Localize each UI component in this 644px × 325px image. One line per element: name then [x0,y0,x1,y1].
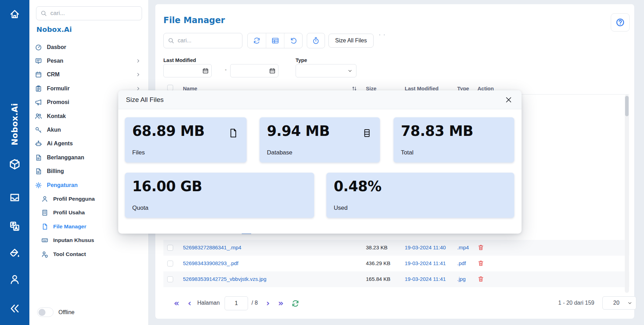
prev-page-button[interactable]: ‹ [188,297,191,310]
sidebar-item-label: Kontak [47,113,66,119]
file-name-link[interactable]: 526983539142725_vbbvjstk.vzs.jpg [183,276,267,282]
sidebar-item-tool-contact[interactable]: Tool Contact [29,247,148,261]
sidebar-item-dasbor[interactable]: Dasbor [29,40,148,54]
package-cube-icon[interactable] [0,158,29,170]
stat-card-used: 0.48% Used [326,173,514,218]
paint-bucket-icon[interactable] [0,247,29,258]
sidebar-search-input[interactable] [50,10,137,17]
row-checkbox[interactable] [167,245,173,251]
next-page-button[interactable]: › [266,297,270,310]
database-icon [362,128,371,138]
scrollbar-thumb[interactable] [625,96,629,116]
file-icon [41,223,48,230]
contacts-icon [35,113,42,120]
file-page-icon [228,128,238,138]
date-range-separator: - [225,67,227,72]
rows-range-label: 1 - 20 dari 159 [527,300,594,306]
sidebar-item-crm[interactable]: CRM [29,68,148,82]
sidebar-search[interactable] [36,6,142,20]
inbox-icon[interactable] [0,192,29,203]
help-button[interactable] [611,13,630,32]
table-row[interactable]: 526983272886341_.mp4 38.23 KB 19-03-2024… [163,240,629,256]
sidebar-item-label: Ai Agents [47,140,73,147]
question-circle-icon [616,18,625,27]
collapse-sidebar-icon[interactable] [0,303,29,314]
sidebar-item-label: CRM [47,71,59,78]
reset-button[interactable] [284,33,302,48]
table-toolbar-group [247,33,303,48]
type-filter-label: Type [296,57,307,63]
page-size-value: 20 [613,300,620,306]
quota-value: 16.00 GB [132,178,202,194]
building-icon [41,209,48,216]
sidebar-item-label: Billing [47,168,64,174]
delete-file-button[interactable] [477,244,484,251]
table-search[interactable] [163,33,242,48]
table-row[interactable]: 526983539142725_vbbvjstk.vzs.jpg 165.84 … [163,271,629,287]
date-to-input[interactable] [230,64,278,77]
sidebar-item-inputan-khusus[interactable]: Inputan Khusus [29,233,148,247]
size-all-files-button[interactable]: Size All Files [328,34,374,48]
trash-icon [477,276,484,282]
used-label: Used [334,205,348,212]
sync-icon [253,37,261,44]
refresh-button[interactable] [248,33,266,48]
column-settings-button[interactable] [266,33,284,48]
robot-icon [35,140,42,147]
type-filter-select[interactable] [296,64,356,77]
stat-card-quota: 16.00 GB Quota [125,173,314,218]
file-name-link[interactable]: 526983272886341_.mp4 [183,244,241,250]
undo-rotate-icon [290,37,297,44]
user-icon [41,195,48,202]
file-name-link[interactable]: 526983433908293_.pdf [183,260,239,266]
sidebar-item-label: Inputan Khusus [53,237,94,243]
sidebar-brand: Nobox.Ai [36,25,72,34]
sidebar-item-label: File Manager [53,223,86,230]
drag-dots [379,34,385,35]
table-search-input[interactable] [178,37,238,44]
database-label: Database [267,149,292,156]
translate-icon[interactable] [0,221,29,232]
file-modified-link[interactable]: 19-03-2024 11:41 [405,260,446,266]
date-from-input[interactable] [163,64,212,77]
history-timer-button[interactable] [307,33,325,48]
file-modified-link[interactable]: 19-03-2024 11:40 [405,244,446,250]
first-page-button[interactable]: « [174,297,179,310]
row-checkbox[interactable] [167,276,173,282]
chevron-right-icon [136,72,141,77]
offline-toggle[interactable] [37,307,54,317]
size-all-files-modal: Size All Files 68.89 MB Files 9.94 MB Da… [118,90,522,234]
page-number-input[interactable] [225,296,248,310]
vertical-scrollbar[interactable] [625,95,629,293]
calendar-icon [203,68,208,74]
megaphone-icon [35,99,42,106]
table-row[interactable]: 526983433908293_.pdf 436.29 KB 19-03-202… [163,256,629,271]
sidebar-item-label: Promosi [47,99,69,105]
chevron-right-icon [136,58,141,63]
close-modal-button[interactable] [505,96,512,104]
home-icon[interactable] [0,8,29,20]
row-checkbox[interactable] [167,261,173,267]
delete-file-button[interactable] [477,276,484,282]
document-icon [35,154,42,161]
file-modified-link[interactable]: 19-03-2024 11:41 [405,276,446,282]
database-size-value: 9.94 MB [267,123,330,139]
sidebar-item-label: Pengaturan [47,182,78,188]
rail-brand-vertical: Nobox.Ai [0,95,29,154]
last-page-button[interactable]: » [278,297,284,310]
file-type: .jpg [457,276,466,282]
offline-toggle-row: Offline [37,307,75,317]
stat-card-files: 68.89 MB Files [125,117,247,162]
page-size-select[interactable]: 20 [602,296,636,310]
reload-table-button[interactable] [291,299,299,307]
profile-icon[interactable] [0,274,29,285]
trash-icon [477,244,484,251]
files-label: Files [132,149,145,156]
select-all-checkbox[interactable] [167,85,173,91]
calendar-icon [269,68,275,74]
search-icon [41,10,47,16]
offline-label: Offline [58,309,75,316]
delete-file-button[interactable] [477,260,484,267]
quota-label: Quota [132,205,148,212]
sidebar-item-pesan[interactable]: Pesan [29,54,148,68]
